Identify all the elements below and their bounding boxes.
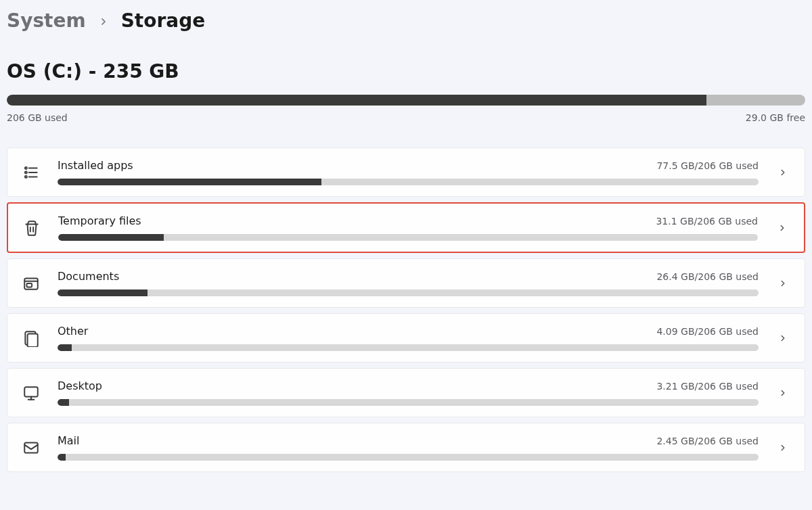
drive-free-label: 29.0 GB free	[746, 112, 805, 123]
storage-category-list: Installed apps77.5 GB/206 GB used Tempor…	[7, 147, 805, 472]
desktop-icon	[22, 384, 40, 402]
category-row-mail[interactable]: Mail2.45 GB/206 GB used	[7, 423, 805, 472]
category-row-installed-apps[interactable]: Installed apps77.5 GB/206 GB used	[7, 147, 805, 197]
category-usage: 3.21 GB/206 GB used	[656, 381, 759, 392]
svg-point-2	[25, 171, 27, 173]
category-row-desktop[interactable]: Desktop3.21 GB/206 GB used	[7, 368, 805, 417]
category-bar	[58, 289, 759, 296]
category-body: Documents26.4 GB/206 GB used	[58, 270, 759, 296]
drive-caption: 206 GB used 29.0 GB free	[7, 112, 805, 123]
category-bar	[58, 344, 759, 351]
category-label: Desktop	[58, 379, 102, 392]
category-bar-fill	[58, 179, 321, 185]
drive-title: OS (C:) - 235 GB	[7, 60, 805, 83]
category-bar-fill	[58, 289, 148, 296]
category-bar	[58, 179, 759, 185]
svg-rect-11	[28, 333, 38, 347]
category-label: Other	[58, 325, 88, 338]
category-bar-fill	[58, 344, 72, 351]
category-usage: 4.09 GB/206 GB used	[656, 326, 759, 337]
category-row-documents[interactable]: Documents26.4 GB/206 GB used	[7, 258, 805, 308]
category-bar	[58, 234, 758, 241]
chevron-right-icon	[776, 443, 790, 453]
category-usage: 31.1 GB/206 GB used	[656, 216, 758, 227]
chevron-right-icon	[775, 223, 789, 233]
category-label: Mail	[58, 434, 80, 447]
mail-icon	[22, 439, 40, 457]
category-body: Temporary files31.1 GB/206 GB used	[58, 214, 758, 241]
category-row-other[interactable]: Other4.09 GB/206 GB used	[7, 313, 805, 363]
category-bar-fill	[58, 454, 66, 461]
category-usage: 77.5 GB/206 GB used	[656, 160, 759, 171]
category-body: Other4.09 GB/206 GB used	[58, 325, 759, 351]
category-body: Mail2.45 GB/206 GB used	[58, 434, 759, 461]
category-bar-fill	[58, 234, 164, 241]
category-usage: 26.4 GB/206 GB used	[656, 271, 759, 282]
trash-icon	[23, 219, 41, 237]
category-bar	[58, 454, 759, 461]
chevron-right-icon	[776, 279, 790, 288]
category-row-temporary-files[interactable]: Temporary files31.1 GB/206 GB used	[7, 202, 805, 253]
breadcrumb: System Storage	[7, 9, 805, 32]
category-bar-fill	[58, 399, 69, 406]
drive-usage-bar	[7, 95, 805, 106]
category-label: Temporary files	[58, 214, 141, 227]
category-usage: 2.45 GB/206 GB used	[656, 436, 759, 446]
drive-used-label: 206 GB used	[7, 112, 68, 123]
svg-point-4	[25, 175, 27, 177]
category-body: Installed apps77.5 GB/206 GB used	[58, 159, 759, 185]
breadcrumb-current: Storage	[121, 9, 206, 32]
breadcrumb-parent[interactable]: System	[7, 9, 86, 32]
chevron-right-icon	[776, 388, 790, 398]
category-body: Desktop3.21 GB/206 GB used	[58, 379, 759, 406]
other-icon	[22, 329, 40, 347]
document-icon	[22, 275, 40, 292]
drive-usage-fill	[7, 95, 706, 106]
svg-rect-12	[24, 387, 38, 396]
svg-rect-15	[24, 442, 38, 453]
svg-rect-9	[27, 283, 32, 287]
category-label: Documents	[58, 270, 119, 283]
chevron-right-icon	[776, 333, 790, 343]
category-label: Installed apps	[58, 159, 133, 172]
apps-icon	[22, 164, 40, 181]
svg-point-0	[25, 166, 27, 168]
category-bar	[58, 399, 759, 406]
chevron-right-icon	[776, 168, 790, 177]
chevron-right-icon	[98, 9, 109, 32]
